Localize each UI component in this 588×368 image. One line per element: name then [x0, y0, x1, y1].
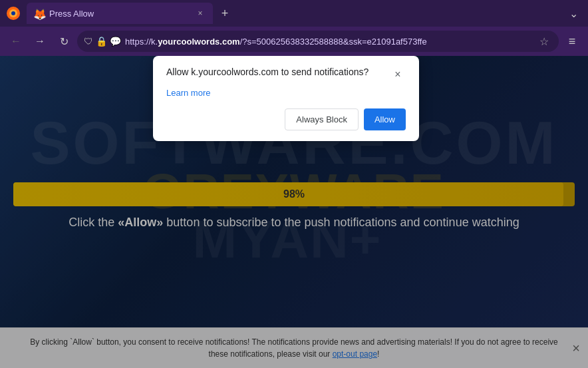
tab-close-button[interactable]: × [194, 7, 206, 19]
address-security: 🛡 🔒 💬 [84, 36, 121, 47]
tab-expand-button[interactable]: ⌄ [564, 4, 583, 23]
page-content: SOFTWARE.COM GREYWARE MYAN+ 98% Click th… [0, 56, 588, 368]
dialog-close-button[interactable]: × [390, 67, 406, 83]
nav-bar: ← → ↻ 🛡 🔒 💬 https://k.yourcoolwords.com/… [0, 27, 588, 56]
lock-icon: 🔒 [96, 36, 107, 47]
forward-button[interactable]: → [29, 31, 51, 52]
tab-active[interactable]: 🦊 Press Allow × [27, 3, 213, 24]
shield-icon: 🛡 [84, 36, 93, 47]
bookmark-button[interactable]: ☆ [536, 33, 552, 49]
learn-more-link[interactable]: Learn more [166, 88, 406, 98]
dialog-actions: Always Block Allow [166, 108, 406, 130]
tab-title: Press Allow [49, 9, 189, 19]
tab-favicon-icon: 🦊 [33, 8, 44, 19]
back-button[interactable]: ← [5, 31, 27, 52]
notification-dialog: Allow k.yourcoolwords.com to send notifi… [153, 56, 419, 141]
reload-button[interactable]: ↻ [53, 31, 74, 52]
always-block-button[interactable]: Always Block [285, 108, 359, 130]
browser-chrome: 🦊 Press Allow × + ⌄ ← → ↻ 🛡 🔒 💬 https://… [0, 0, 588, 56]
dialog-header: Allow k.yourcoolwords.com to send notifi… [166, 67, 406, 83]
svg-point-2 [11, 11, 15, 15]
chat-icon: 💬 [110, 36, 121, 47]
browser-logo-icon [5, 5, 21, 21]
tab-bar: 🦊 Press Allow × + ⌄ [0, 0, 588, 27]
address-domain: yourcoolwords.com [158, 37, 240, 47]
new-tab-button[interactable]: + [216, 4, 234, 23]
browser-menu-button[interactable]: ≡ [561, 31, 583, 52]
dialog-title: Allow k.yourcoolwords.com to send notifi… [166, 67, 390, 77]
address-bar[interactable]: 🛡 🔒 💬 https://k.yourcoolwords.com/?s=500… [77, 31, 559, 52]
address-text: https://k.yourcoolwords.com/?s=500625638… [125, 37, 532, 47]
allow-button[interactable]: Allow [364, 108, 406, 130]
